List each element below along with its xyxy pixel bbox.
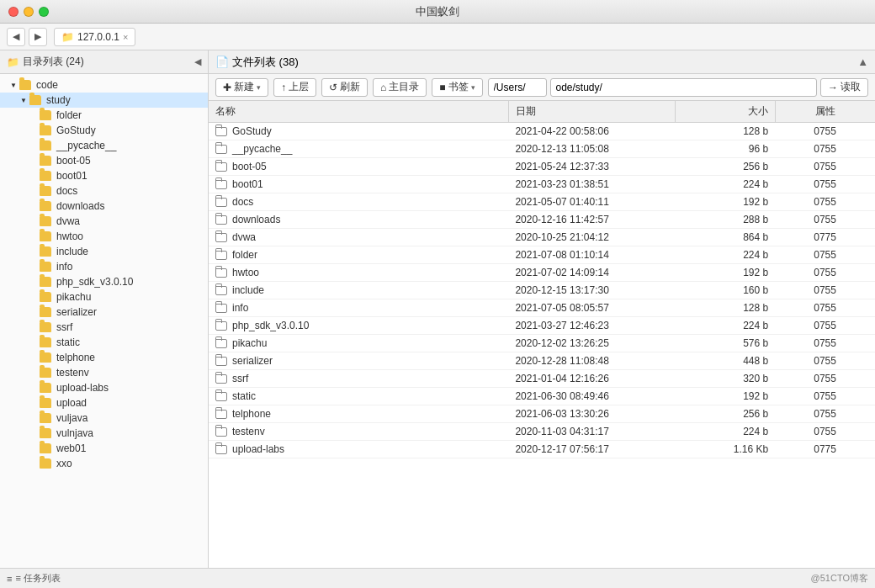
tab-area: 📁 127.0.0.1 × (54, 28, 135, 46)
file-name: upload-labs (232, 443, 284, 455)
folder-icon (40, 443, 51, 453)
file-date: 2020-12-13 11:05:08 (508, 140, 675, 158)
tree-item-upload[interactable]: upload (0, 395, 208, 411)
table-row[interactable]: static2021-06-30 08:49:46192 b0755 (209, 388, 875, 405)
col-date-header: 日期 (508, 101, 675, 123)
tree-item-testenv[interactable]: testenv (0, 365, 208, 380)
folder-icon (40, 201, 51, 211)
file-folder-icon (215, 145, 227, 154)
home-button[interactable]: ⌂ 主目录 (373, 78, 427, 97)
table-row[interactable]: docs2021-05-07 01:40:11192 b0755 (209, 193, 875, 211)
table-row[interactable]: pikachu2020-12-02 13:26:25576 b0755 (209, 335, 875, 352)
right-panel-label: 文件列表 (38) (232, 55, 299, 70)
file-attr: 0755 (775, 405, 875, 423)
table-row[interactable]: testenv2020-11-03 04:31:17224 b0755 (209, 423, 875, 441)
table-row[interactable]: folder2021-07-08 01:10:14224 b0755 (209, 246, 875, 264)
folder-icon (19, 80, 31, 90)
table-row[interactable]: telphone2021-06-03 13:30:26256 b0755 (209, 405, 875, 423)
table-row[interactable]: php_sdk_v3.0.102021-03-27 12:46:23224 b0… (209, 317, 875, 335)
tab-close-button[interactable]: × (123, 32, 128, 42)
maximize-button[interactable] (39, 7, 49, 17)
tree-item-ssrf[interactable]: ssrf (0, 320, 208, 335)
refresh-button[interactable]: ↺ 刷新 (321, 78, 368, 97)
up-button[interactable]: ↑ 上层 (273, 78, 316, 97)
tree-item-pikachu[interactable]: pikachu (0, 289, 208, 305)
forward-button[interactable]: ▶ (29, 28, 47, 46)
tree-item-info[interactable]: info (0, 259, 208, 274)
close-button[interactable] (8, 7, 19, 17)
tree-item-upload-labs[interactable]: upload-labs (0, 380, 208, 395)
table-row[interactable]: dvwa2020-10-25 21:04:12864 b0775 (209, 229, 875, 246)
file-folder-icon (215, 180, 227, 189)
path-prefix[interactable] (488, 78, 547, 97)
table-row[interactable]: info2021-07-05 08:05:57128 b0755 (209, 299, 875, 317)
file-table: 名称 日期 大小 属性 GoStudy2021-04-22 00:58:0612… (209, 101, 875, 568)
tree-item-label: telphone (56, 352, 95, 363)
tree-item-web01[interactable]: web01 (0, 441, 208, 456)
home-icon: ⌂ (380, 82, 386, 93)
file-date: 2021-07-05 08:05:57 (508, 299, 675, 317)
main-layout: 📁 目录列表 (24) ◀ ▼code▼studyfolderGoStudy__… (0, 50, 875, 568)
tree-item-__pycache__[interactable]: __pycache__ (0, 138, 208, 153)
tree-item-code[interactable]: ▼code (0, 77, 208, 93)
folder-icon (40, 398, 51, 408)
tree-item-downloads[interactable]: downloads (0, 199, 208, 214)
tree-item-vulnjava[interactable]: vulnjava (0, 426, 208, 441)
left-panel-collapse[interactable]: ◀ (194, 56, 201, 67)
table-row[interactable]: ssrf2021-01-04 12:16:26320 b0755 (209, 370, 875, 388)
tree-item-static[interactable]: static (0, 335, 208, 350)
table-row[interactable]: upload-labs2020-12-17 07:56:171.16 Kb077… (209, 441, 875, 458)
table-row[interactable]: serializer2020-12-28 11:08:48448 b0755 (209, 352, 875, 370)
tree-item-docs[interactable]: docs (0, 183, 208, 199)
file-folder-icon (215, 357, 227, 366)
folder-icon (40, 413, 51, 423)
folder-icon (40, 171, 51, 181)
folder-icon (40, 156, 51, 166)
file-attr: 0755 (775, 317, 875, 335)
tree-item-dvwa[interactable]: dvwa (0, 214, 208, 229)
file-name: include (232, 284, 264, 296)
back-button[interactable]: ◀ (7, 28, 25, 46)
go-button[interactable]: → 读取 (820, 78, 868, 97)
file-name: downloads (232, 214, 280, 225)
tree-item-hwtoo[interactable]: hwtoo (0, 229, 208, 244)
tab-label: 127.0.0.1 (77, 31, 119, 43)
right-panel-collapse[interactable]: ▲ (857, 56, 868, 68)
file-folder-icon (215, 374, 227, 384)
task-list[interactable]: ≡ ≡ 任务列表 (7, 572, 61, 585)
tree-item-study[interactable]: ▼study (0, 93, 208, 108)
tab-item[interactable]: 📁 127.0.0.1 × (54, 28, 135, 46)
table-row[interactable]: boot-052021-05-24 12:37:33256 b0755 (209, 158, 875, 176)
new-button[interactable]: ✚ 新建 ▾ (215, 78, 268, 97)
tree-item-boot01[interactable]: boot01 (0, 168, 208, 183)
minimize-button[interactable] (24, 7, 34, 17)
tree-item-vuljava[interactable]: vuljava (0, 411, 208, 426)
bookmark-button[interactable]: ■ 书签 ▾ (432, 78, 482, 97)
file-date: 2020-12-28 11:08:48 (508, 352, 675, 370)
table-row[interactable]: GoStudy2021-04-22 00:58:06128 b0755 (209, 123, 875, 140)
file-date: 2021-06-03 13:30:26 (508, 405, 675, 423)
table-row[interactable]: __pycache__2020-12-13 11:05:0896 b0755 (209, 140, 875, 158)
file-name: folder (232, 249, 257, 261)
tree-item-folder[interactable]: folder (0, 108, 208, 123)
file-attr: 0755 (775, 370, 875, 388)
file-name: __pycache__ (232, 143, 292, 155)
table-row[interactable]: include2020-12-15 13:17:30160 b0755 (209, 282, 875, 299)
table-row[interactable]: downloads2020-12-16 11:42:57288 b0755 (209, 211, 875, 229)
table-row[interactable]: boot012021-03-23 01:38:51224 b0755 (209, 176, 875, 193)
file-size: 192 b (675, 193, 775, 211)
file-attr: 0755 (775, 352, 875, 370)
tree-item-include[interactable]: include (0, 244, 208, 259)
tree-item-telphone[interactable]: telphone (0, 350, 208, 365)
tree-item-GoStudy[interactable]: GoStudy (0, 123, 208, 138)
tree-item-label: upload (56, 397, 87, 409)
folder-icon (40, 246, 51, 257)
tree-item-boot-05[interactable]: boot-05 (0, 153, 208, 168)
tree-item-xxo[interactable]: xxo (0, 456, 208, 471)
tree-item-php_sdk_v3.0.10[interactable]: php_sdk_v3.0.10 (0, 274, 208, 289)
file-folder-icon (215, 427, 227, 437)
path-input[interactable] (550, 78, 818, 97)
table-row[interactable]: hwtoo2021-07-02 14:09:14192 b0755 (209, 264, 875, 282)
tree-item-serializer[interactable]: serializer (0, 305, 208, 320)
file-list-icon: 📄 (215, 56, 229, 68)
